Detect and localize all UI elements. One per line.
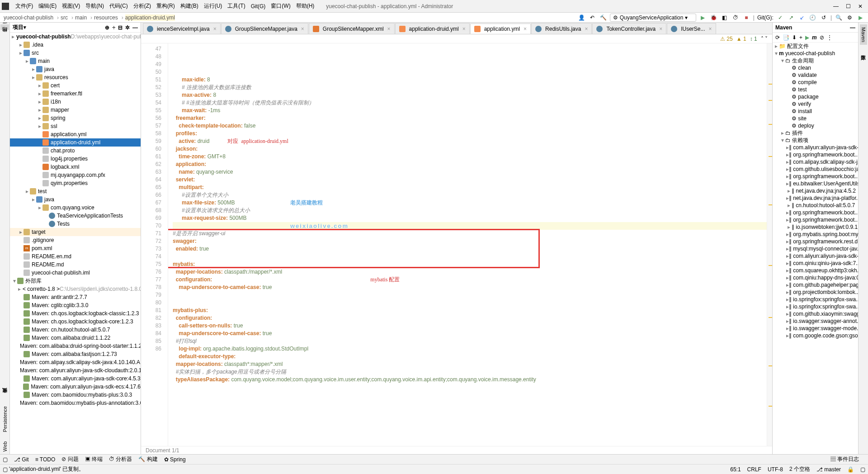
tree-node[interactable]: ▸com.quyang.voice bbox=[10, 204, 141, 212]
tree-node[interactable]: Maven: com.baomidou:mybatis-plus-annotat… bbox=[10, 399, 141, 407]
maven-node[interactable]: ⚙ site bbox=[773, 115, 858, 122]
tree-node[interactable]: ▸target bbox=[10, 228, 141, 236]
code-line[interactable]: time-zone: GMT+8 bbox=[173, 153, 767, 161]
user-icon[interactable]: 👤 bbox=[577, 14, 585, 22]
code-line[interactable]: max-request-size: 500MB bbox=[173, 214, 767, 222]
collapse-all-icon[interactable]: ⊟ bbox=[118, 24, 123, 31]
tree-node[interactable]: README.en.md bbox=[10, 252, 141, 261]
maven-node[interactable]: ▸∥ io.swagger:swagger-mode... bbox=[773, 325, 858, 332]
crumb-file[interactable]: application-druid.yml bbox=[125, 14, 175, 21]
tool-problems[interactable]: ⊘ 问题 bbox=[61, 455, 78, 463]
maven-tree[interactable]: ▸📁 配置文件▾m yuecool-chat-publish▾🗀 生命周期⚙ c… bbox=[773, 43, 858, 454]
code-line[interactable]: default-executor-type: bbox=[173, 353, 767, 360]
maven-node[interactable]: ▸📁 配置文件 bbox=[773, 43, 858, 50]
tree-node[interactable]: Tests bbox=[10, 220, 141, 228]
toggle-toolwindows-icon[interactable]: ▢ bbox=[3, 456, 8, 463]
maven-node[interactable]: ⚙ verify bbox=[773, 100, 858, 108]
maven-node[interactable]: ▸∥ com.google.code.gson:gso... bbox=[773, 332, 858, 339]
maven-node[interactable]: ▸∥ com.github.xiaoymin:swagg... bbox=[773, 310, 858, 318]
close-tab-icon[interactable]: × bbox=[524, 26, 527, 32]
code-editor[interactable]: 4748495051525354555657585960616263646566… bbox=[141, 43, 772, 446]
maven-node[interactable]: ▸∥ com.github.ulisesbocchio:ja... bbox=[773, 166, 858, 173]
maven-node[interactable]: ▸∥ net.java.dev.jna:jna:4.5.2 bbox=[773, 187, 858, 194]
settings-icon[interactable]: ⚙ bbox=[845, 14, 854, 22]
code-line[interactable]: # 连接池的最大数据库连接数 bbox=[173, 84, 767, 91]
project-tree[interactable]: ▸yuecool-chat-publish D:\webapps\yuecool… bbox=[10, 33, 141, 454]
code-line[interactable]: profiles: bbox=[173, 130, 767, 137]
tool-structure[interactable]: 结构 bbox=[0, 33, 9, 39]
tree-node[interactable]: ▸yuecool-chat-publish D:\webapps\yuecool… bbox=[10, 33, 141, 41]
tree-node[interactable]: Maven: ch.qos.logback:logback-classic:1.… bbox=[10, 309, 141, 318]
weak-warnings-badge[interactable]: ▲ 1 bbox=[736, 36, 746, 42]
editor-tab[interactable]: application-druid.yml× bbox=[395, 23, 470, 34]
tree-node[interactable]: ▸mapper bbox=[10, 106, 141, 114]
maven-node[interactable]: ▸∥ com.aliyun:aliyun-java-sdk-... bbox=[773, 252, 858, 260]
tool-spring[interactable]: ✿ Spring bbox=[164, 456, 186, 463]
tree-node[interactable]: Maven: com.aliyun:aliyun-java-sdk-clouda… bbox=[10, 366, 141, 374]
menu-help[interactable]: 帮助(H) bbox=[293, 2, 317, 10]
tree-node[interactable]: Maven: com.aliyun:aliyun-java-sdk-core:4… bbox=[10, 374, 141, 383]
generate-icon[interactable]: 📑 bbox=[783, 34, 789, 41]
maven-node[interactable]: ⚙ deploy bbox=[773, 122, 858, 129]
debug-button[interactable]: 🐞 bbox=[710, 14, 718, 22]
maven-node[interactable]: ▸∥ io.springfox:springfox-swa... bbox=[773, 296, 858, 303]
caret-position[interactable]: 65:1 bbox=[730, 466, 741, 473]
tree-node[interactable]: mj.quyangapp.com.pfx bbox=[10, 171, 141, 179]
maven-node[interactable]: ▸∥ org.springframework.rest.d... bbox=[773, 238, 858, 245]
tool-web[interactable]: Web bbox=[1, 439, 9, 454]
maven-node[interactable]: ⚙ test bbox=[773, 86, 858, 93]
tree-node[interactable]: Maven: com.baomidou:mybatis-plus:3.0.3 bbox=[10, 391, 141, 399]
maven-node[interactable]: ▸∥ com.squareup.okhttp3:okh... bbox=[773, 267, 858, 274]
code-line[interactable]: active: druid 对应 application-druid.yml bbox=[173, 137, 767, 145]
maven-node[interactable]: ▸∥ com.aliyun:aliyun-java-sdk-... bbox=[773, 144, 858, 151]
maven-node[interactable]: ▾m yuecool-chat-publish bbox=[773, 50, 858, 57]
tree-node[interactable]: Maven: com.alibaba:druid:1.1.22 bbox=[10, 334, 141, 342]
menu-git[interactable]: Git(G) bbox=[248, 3, 269, 9]
maven-node[interactable]: ▸∥ io.springfox:springfox-swa... bbox=[773, 303, 858, 310]
maven-node[interactable]: ▸∥ org.mybatis.spring.boot:my... bbox=[773, 231, 858, 238]
tree-node[interactable]: application-druid.yml bbox=[10, 138, 141, 147]
download-icon[interactable]: ⬇ bbox=[792, 34, 797, 41]
settings-icon[interactable]: ✲ bbox=[125, 24, 130, 31]
code-line[interactable]: max-active: 8 bbox=[173, 91, 767, 99]
maven-node[interactable]: ⚙ install bbox=[773, 108, 858, 115]
close-tab-icon[interactable]: × bbox=[213, 26, 217, 32]
file-encoding[interactable]: UTF-8 bbox=[768, 466, 783, 473]
indent-config[interactable]: 2 个空格 bbox=[789, 465, 810, 473]
code-line[interactable]: mybatis-plus: bbox=[173, 307, 767, 314]
editor-tab[interactable]: ienceServiceImpl.java× bbox=[143, 23, 221, 34]
tree-external-libs[interactable]: ▾外部库 bbox=[10, 277, 141, 285]
tree-node[interactable]: ▸i18n bbox=[10, 98, 141, 106]
crumb-project[interactable]: yuecool-chat-publish bbox=[4, 14, 53, 21]
close-tab-icon[interactable]: × bbox=[301, 26, 304, 32]
tool-todo[interactable]: ≡ TODO bbox=[35, 456, 56, 463]
code-line[interactable]: mapper-locations: classpath*:mapper/*.xm… bbox=[173, 360, 767, 368]
search-everywhere-icon[interactable]: 🔍 bbox=[835, 14, 843, 22]
more-icon[interactable]: ⋮ bbox=[827, 34, 832, 41]
code-line[interactable]: #设置单个文件大小 bbox=[173, 191, 767, 199]
coverage-button[interactable]: ◧ bbox=[721, 14, 729, 22]
editor-tab[interactable]: application.yml× bbox=[470, 24, 531, 34]
back-icon[interactable]: ↶ bbox=[588, 14, 596, 22]
maven-node[interactable]: ▸∥ com.qiniu:happy-dns-java:0... bbox=[773, 274, 858, 281]
code-line[interactable]: # #连接池最大阻塞等待时间（使用负值表示没有限制） bbox=[173, 99, 767, 107]
tree-node[interactable]: logback.xml bbox=[10, 163, 141, 171]
menu-file[interactable]: 文件(F) bbox=[13, 2, 36, 10]
hide-icon[interactable]: — bbox=[132, 24, 138, 31]
tree-node[interactable]: ▸freemarker.ftl bbox=[10, 90, 141, 98]
code-line[interactable]: max-file-size: 500MB bbox=[173, 199, 767, 207]
tree-node[interactable]: ▸resources bbox=[10, 73, 141, 81]
tree-node[interactable]: ▸test bbox=[10, 187, 141, 195]
code-line[interactable] bbox=[173, 299, 767, 307]
tree-node[interactable]: Maven: antlr:antlr:2.7.7 bbox=[10, 293, 141, 301]
maven-node[interactable]: ▸∥ eu.bitwalker:UserAgentUtils... bbox=[773, 180, 858, 187]
menu-navigate[interactable]: 导航(N) bbox=[83, 2, 107, 10]
run-config-selector[interactable]: ⚙ QuyangServiceApplication ▾ bbox=[610, 14, 696, 22]
tree-node[interactable]: ▸src bbox=[10, 49, 141, 57]
git-history-icon[interactable]: 🕘 bbox=[809, 14, 817, 22]
maven-node[interactable]: ▸∥ com.qiniu:qiniu-java-sdk:7.... bbox=[773, 260, 858, 267]
code-line[interactable]: map-underscore-to-camel-case: true bbox=[173, 330, 767, 337]
maven-node[interactable]: ▸∥ io.jsonwebtoken:jjwt:0.9.1 bbox=[773, 223, 858, 231]
expand-all-icon[interactable]: ÷ bbox=[112, 24, 115, 31]
menu-run[interactable]: 运行(U) bbox=[201, 2, 225, 10]
